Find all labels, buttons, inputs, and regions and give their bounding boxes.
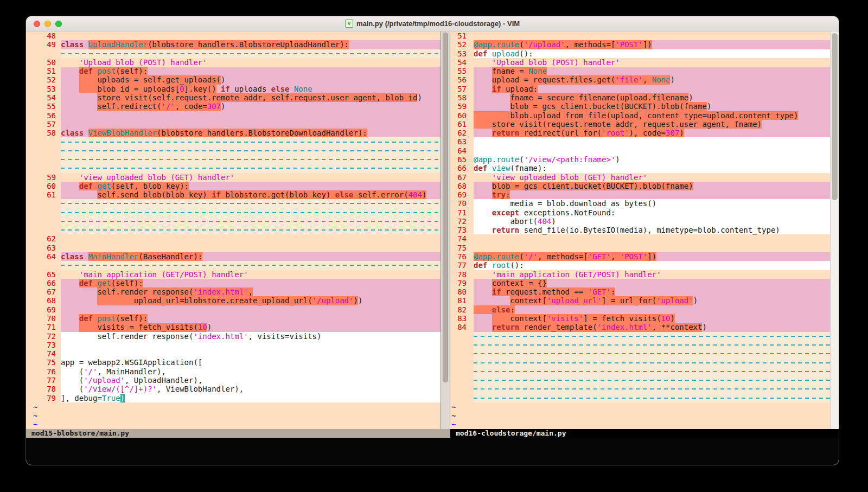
code-token: try [492, 190, 506, 199]
code-token: 'root' [602, 129, 629, 137]
code-text [474, 358, 830, 367]
macos-titlebar[interactable]: V main.py (/private/tmp/mod16-cloudstora… [26, 16, 839, 31]
code-token: (self, blob_key): [111, 182, 189, 190]
code-line: 69 try: [451, 190, 830, 199]
right-editor-pane[interactable]: 5152@app.route('/upload', methods=['POST… [450, 31, 830, 429]
code-text: 'Upload blob (POST) handler' [474, 58, 830, 67]
code-line: 51 [451, 31, 830, 40]
line-number [451, 394, 467, 402]
code-token: upload [492, 49, 520, 58]
code-token: (fname): [510, 164, 546, 172]
filler-line [33, 199, 441, 208]
code-token: 'file' [615, 75, 643, 84]
line-number: 53 [451, 49, 467, 58]
code-text: visits = fetch_visits(10) [61, 323, 441, 331]
vertical-split-divider[interactable] [441, 31, 450, 429]
code-text: 'Upload blob (POST) handler' [61, 58, 441, 67]
code-token: : [510, 305, 514, 314]
code-text: self.render_response('index.html', visit… [61, 332, 441, 341]
code-token [474, 226, 492, 234]
code-line: 68 blob = gcs_client.bucket(BUCKET).blob… [451, 182, 830, 190]
code-line: 61 store_visit(request.remote_addr, requ… [451, 120, 830, 129]
code-token: app = webapp2.WSGIApplication([ [61, 358, 202, 367]
filler-line [33, 164, 441, 172]
tilde-line: ~ [33, 402, 441, 411]
code-token: 0 [180, 85, 184, 93]
minimize-button[interactable] [44, 21, 51, 27]
code-token: ].key() [184, 85, 216, 93]
code-text [61, 199, 441, 208]
code-line: 59 blob = gcs_client.bucket(BUCKET).blob… [451, 102, 830, 111]
code-token: 10 [661, 314, 671, 323]
diff-filler-dashes [474, 341, 830, 349]
code-token: fname = [492, 67, 528, 75]
line-number [33, 199, 56, 208]
code-text [474, 244, 830, 252]
line-number: 51 [451, 31, 467, 40]
code-text [61, 155, 441, 164]
filler-line [33, 49, 441, 58]
code-token [61, 323, 79, 331]
left-editor-pane[interactable]: 4849class UploadHandler(blobstore_handle… [26, 31, 441, 429]
code-token: context[ [510, 296, 546, 305]
code-text: app = webapp2.WSGIApplication([ [61, 358, 441, 367]
code-token: ) [422, 190, 426, 199]
line-number: 57 [451, 85, 467, 93]
code-token: (BaseHandler): [138, 252, 202, 261]
line-number: 68 [451, 182, 467, 190]
code-line: 67 'view uploaded blob (GET) handler' [451, 173, 830, 182]
code-token [61, 102, 97, 111]
code-token [474, 129, 492, 137]
code-line: 50 'Upload blob (POST) handler' [33, 58, 441, 67]
editor-content: 4849class UploadHandler(blobstore_handle… [26, 31, 839, 429]
filler-line [33, 155, 441, 164]
code-text [61, 146, 441, 155]
statusline-right[interactable]: mod16-cloudstorage/main.py [450, 429, 839, 438]
code-line: 76 ('/', MainHandler), [33, 367, 441, 376]
line-number: 51 [33, 67, 56, 75]
code-line: 71 except exceptions.NotFound: [451, 208, 830, 217]
code-token: , methods=[ [538, 252, 588, 261]
code-text: upload = request.files.get('file', None) [474, 75, 830, 84]
code-text [474, 349, 830, 358]
code-token: def [79, 314, 98, 323]
code-token [474, 296, 510, 305]
line-number: 52 [33, 75, 56, 84]
code-token [61, 314, 79, 323]
code-line: 77def root(): [451, 261, 830, 270]
line-number: 70 [451, 199, 467, 208]
filler-line [451, 349, 830, 358]
statusline-left[interactable]: mod15-blobstore/main.py [26, 429, 450, 438]
left-scrollbar-thumb[interactable] [443, 33, 448, 382]
code-line: 64class MainHandler(BaseHandler): [33, 252, 441, 261]
tilde-line: ~ [451, 420, 830, 429]
line-number [451, 358, 467, 367]
code-text: self.redirect('/', code=307) [61, 102, 441, 111]
right-scrollbar[interactable] [830, 31, 839, 429]
code-token: uploads [230, 85, 271, 93]
code-token [474, 314, 492, 323]
diff-filler-dashes [474, 385, 830, 393]
code-text: 'view uploaded blob (GET) handler' [474, 173, 830, 182]
code-line: 63 [451, 137, 830, 146]
close-button[interactable] [34, 21, 40, 27]
code-line: 60 def get(self, blob_key): [33, 182, 441, 190]
code-text: return render_template('index.html', **c… [474, 323, 830, 331]
code-token: ]) [643, 40, 652, 49]
code-token: ], debug= [61, 394, 102, 402]
code-line: 70 media = blob.download_as_bytes() [451, 199, 830, 208]
code-token: ) [358, 296, 362, 305]
code-token: ) [353, 296, 358, 305]
zoom-button[interactable] [55, 21, 62, 27]
code-line: 61 self.send_blob(blob_key) if blobstore… [33, 190, 441, 199]
code-token: blob.upload_from_file(upload, content_ty… [474, 111, 798, 120]
code-text [61, 411, 441, 420]
right-scrollbar-thumb[interactable] [832, 33, 838, 200]
code-token: '/view/([^/]+)?' [84, 385, 157, 393]
code-token: if [492, 85, 501, 93]
code-token: self.render_response( [61, 332, 193, 341]
line-number: ~ [33, 411, 56, 420]
code-text: fname = None [474, 67, 830, 75]
code-token: blob_id = uploads[ [79, 85, 180, 93]
code-line: 79 context = {} [451, 279, 830, 287]
